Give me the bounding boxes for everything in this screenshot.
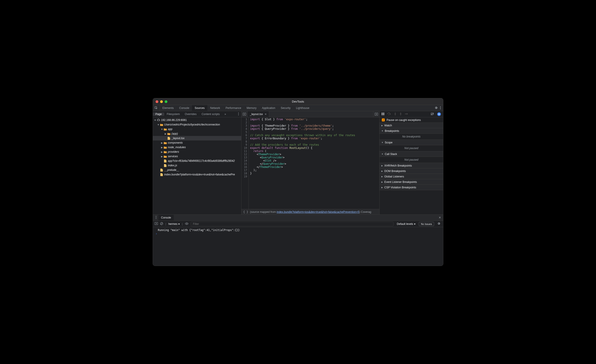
drawer-menu-button[interactable] [154,216,158,220]
accordion-watch[interactable]: ▶Watch [380,123,443,128]
accordion-xhr-fetch-breakpoints[interactable]: ▶XHR/fetch Breakpoints [380,163,443,168]
accordion-body: Not paused [380,157,443,163]
step-over-button[interactable] [387,113,391,116]
tree-file-bundle[interactable]: index.bundle?platform=ios&dev=true&hot=f… [153,172,241,177]
editor-tab[interactable]: _layout.tsx × [248,111,269,117]
tree-file-appctx[interactable]: app?ctx=f63d4a7484f499117c4cf80a4d9386df… [153,159,241,163]
file-icon [160,168,163,172]
console-filter-input[interactable] [191,222,393,226]
editor-tab-label: _layout.tsx [250,113,263,116]
deactivate-breakpoints-button[interactable] [431,113,434,116]
pause-resume-button[interactable] [382,113,384,116]
drawer-tab-console[interactable]: Console [158,215,174,221]
step-button[interactable] [405,113,408,116]
tree-root-folder[interactable]: ▼ Users/cedric/Projects/bycedric/techcon… [153,122,241,127]
subtab-page[interactable]: Page [153,113,164,116]
subtab-filesystem[interactable]: Filesystem [164,113,182,116]
drawer-tabbar: Console × [153,215,443,221]
pause-icon [382,113,384,115]
debugger-pane: ✓ Pause on caught exceptions ▶Watch▼Brea… [380,111,443,214]
console-sidebar-toggle[interactable] [155,222,158,226]
tab-console[interactable]: Console [177,105,192,111]
step-into-button[interactable] [394,112,396,116]
code-content[interactable]: import { Slot } from 'expo-router'; impo… [249,117,379,209]
more-subtabs-button[interactable]: » [223,113,227,116]
folder-icon [163,155,167,158]
tab-lighthouse[interactable]: Lighthouse [293,105,312,111]
tree-folder-app-nested[interactable]: ▶ (app) [153,131,241,136]
accordion-csp-violation-breakpoints[interactable]: ▶CSP Violation Breakpoints [380,185,443,190]
pause-on-exceptions-button[interactable] [437,112,441,116]
tree-folder-node-modules[interactable]: ▶ node_modules [153,145,241,150]
step-icon [405,113,408,115]
accordion-breakpoints[interactable]: ▼Breakpoints [380,128,443,134]
source-map-link[interactable]: index.bundle?platform=ios&dev=true&hot=f… [277,210,359,214]
tree-origin[interactable]: ▼ 192.168.86.229:8081 [153,118,241,122]
chevron-down-icon: ▾ [414,222,415,226]
svg-point-1 [440,106,441,107]
folder-icon [163,150,167,153]
minimize-window-button[interactable] [160,100,163,103]
pause-caught-checkbox-row[interactable]: ✓ Pause on caught exceptions [380,117,443,123]
source-map-info: (source mapped from index.bundle?platfor… [250,210,371,214]
svg-point-24 [186,223,187,224]
subtab-overrides[interactable]: Overrides [182,113,199,116]
editor-tabbar: _layout.tsx × [241,111,379,117]
pause-caught-label: Pause on caught exceptions [387,118,421,122]
panel-expand-icon [375,113,378,116]
code-editor[interactable]: 12345678910111213141516171819 import { S… [241,117,379,209]
zoom-window-button[interactable] [165,100,167,103]
live-expression-button[interactable] [185,222,188,226]
console-log-line: Running "main" with {"rootTag":41,"initi… [155,228,441,232]
gear-icon [437,222,440,225]
navigator-menu-button[interactable] [237,112,240,116]
tab-elements[interactable]: Elements [160,105,177,111]
tree-folder-services[interactable]: ▶ services [153,154,241,159]
tree-file-prelude[interactable]: __prelude__ [153,168,241,172]
console-context-selector[interactable]: hermes ▾ [168,222,180,226]
file-tree[interactable]: ▼ 192.168.86.229:8081 ▼ Users/cedric/Pro… [153,117,241,214]
svg-rect-17 [439,113,440,115]
tree-folder-providers[interactable]: ▶ providers [153,150,241,154]
tree-folder-components[interactable]: ▶ components [153,140,241,145]
close-window-button[interactable] [156,100,158,103]
inspect-element-button[interactable] [153,105,160,111]
drawer-close-button[interactable]: × [437,216,443,220]
accordion-dom-breakpoints[interactable]: ▶DOM Breakpoints [380,168,443,174]
tree-folder-app[interactable]: ▼ app [153,127,241,131]
chevron-icon: ▶ [381,165,383,167]
close-tab-button[interactable]: × [265,113,266,116]
panel-collapse-icon [243,113,246,116]
toggle-debugger-button[interactable] [373,111,379,117]
step-into-icon [394,112,396,116]
issues-badge[interactable]: No Issues [419,222,434,226]
subtab-content-scripts[interactable]: Content scripts [199,113,222,116]
tab-security[interactable]: Security [278,105,293,111]
kebab-icon [440,106,441,109]
accordion-global-listeners[interactable]: ▶Global Listeners [380,174,443,179]
console-output[interactable]: Running "main" with {"rootTag":41,"initi… [153,227,443,266]
braces-icon[interactable]: { } [243,210,248,214]
file-icon [163,159,167,162]
tab-memory[interactable]: Memory [244,105,259,111]
more-menu-button[interactable] [440,106,441,110]
accordion-event-listener-breakpoints[interactable]: ▶Event Listener Breakpoints [380,179,443,185]
console-settings-button[interactable] [436,222,441,226]
chevron-icon: ▼ [381,141,383,144]
tab-sources[interactable]: Sources [192,105,207,111]
svg-point-2 [440,107,441,108]
tree-file-layout[interactable]: _layout.tsx [153,136,241,140]
accordion-scope[interactable]: ▼Scope [380,140,443,145]
tree-file-indexjs[interactable]: index.js [153,163,241,168]
step-out-button[interactable] [400,112,402,116]
clear-console-button[interactable] [160,222,163,226]
console-levels-selector[interactable]: Default levels ▾ [396,222,417,226]
tab-network[interactable]: Network [207,105,223,111]
tab-performance[interactable]: Performance [223,105,244,111]
checkbox-checked-icon[interactable]: ✓ [382,118,385,121]
toggle-navigator-button[interactable] [241,111,248,117]
settings-button[interactable] [434,106,438,110]
accordion-call-stack[interactable]: ▼Call Stack [380,151,443,157]
tab-application[interactable]: Application [259,105,278,111]
console-prompt[interactable]: › [155,232,441,235]
